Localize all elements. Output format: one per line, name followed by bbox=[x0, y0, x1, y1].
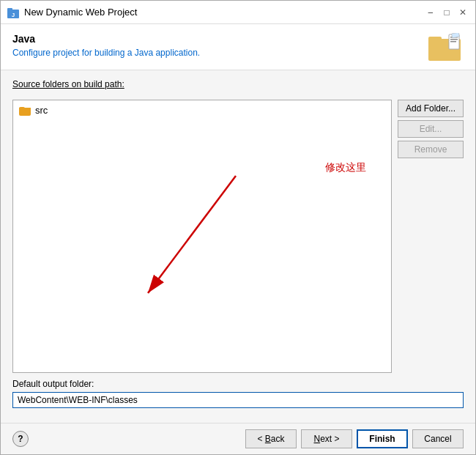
header-icon bbox=[428, 33, 464, 62]
folder-icon bbox=[19, 106, 31, 116]
window-icon: J bbox=[7, 6, 20, 19]
cancel-button[interactable]: Cancel bbox=[412, 429, 464, 448]
footer-left: ? bbox=[12, 431, 29, 447]
title-bar-controls: ‒ □ ✕ bbox=[424, 6, 469, 19]
footer: ? < Back Next > Finish Cancel bbox=[1, 423, 475, 454]
output-label: Default output folder: bbox=[12, 379, 464, 389]
edit-button[interactable]: Edit... bbox=[398, 120, 464, 138]
java-folder-icon bbox=[428, 33, 464, 62]
help-button[interactable]: ? bbox=[12, 431, 29, 447]
svg-text:J: J bbox=[12, 12, 15, 18]
output-section: Default output folder: bbox=[12, 379, 464, 414]
svg-rect-4 bbox=[428, 37, 442, 42]
svg-line-11 bbox=[148, 176, 236, 293]
footer-right: < Back Next > Finish Cancel bbox=[245, 429, 464, 448]
title-bar: J New Dynamic Web Project ‒ □ ✕ bbox=[1, 1, 475, 24]
close-button[interactable]: ✕ bbox=[456, 6, 469, 19]
minimize-button[interactable]: ‒ bbox=[424, 6, 437, 19]
svg-rect-8 bbox=[450, 41, 456, 42]
next-label: Next > bbox=[313, 434, 339, 444]
annotation-arrow bbox=[16, 117, 388, 308]
side-buttons: Add Folder... Edit... Remove bbox=[398, 100, 464, 373]
header-text: Java Configure project for building a Ja… bbox=[12, 33, 428, 58]
title-bar-left: J New Dynamic Web Project bbox=[7, 6, 137, 19]
header-section: Java Configure project for building a Ja… bbox=[1, 24, 475, 70]
list-item: src bbox=[16, 103, 388, 117]
remove-button[interactable]: Remove bbox=[398, 141, 464, 158]
svg-rect-7 bbox=[450, 39, 458, 40]
maximize-button[interactable]: □ bbox=[440, 6, 453, 19]
header-subtitle: Configure project for building a Java ap… bbox=[12, 48, 428, 58]
next-button[interactable]: Next > bbox=[301, 429, 352, 448]
header-title: Java bbox=[12, 33, 428, 45]
source-section-label: Source folders on build path: bbox=[12, 79, 464, 89]
content-area: Source folders on build path: src 修改这里 bbox=[1, 70, 475, 423]
list-area-container: src 修改这里 bbox=[12, 100, 464, 373]
main-window: J New Dynamic Web Project ‒ □ ✕ Java Con… bbox=[0, 0, 476, 455]
src-item-label: src bbox=[35, 105, 48, 116]
source-folders-list: src 修改这里 bbox=[12, 100, 392, 373]
output-folder-input[interactable] bbox=[12, 392, 464, 408]
window-title: New Dynamic Web Project bbox=[24, 7, 137, 18]
back-label: < Back bbox=[257, 434, 284, 444]
add-folder-button[interactable]: Add Folder... bbox=[398, 100, 464, 117]
svg-rect-1 bbox=[7, 8, 12, 11]
back-button[interactable]: < Back bbox=[245, 429, 297, 448]
finish-button[interactable]: Finish bbox=[357, 429, 408, 448]
